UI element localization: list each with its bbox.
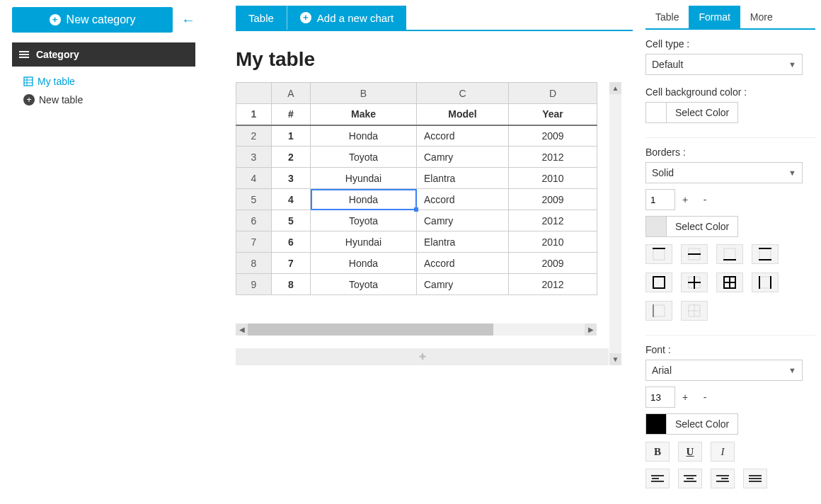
row-header[interactable]: 7 (236, 231, 272, 253)
cell[interactable]: Elantra (417, 231, 509, 253)
tab-table[interactable]: Table (236, 6, 287, 30)
cell[interactable]: 7 (272, 253, 311, 274)
tree-item-new-table[interactable]: + New table (23, 91, 195, 109)
row-header[interactable]: 4 (236, 168, 272, 189)
cell[interactable]: Year (509, 104, 597, 125)
font-size-input[interactable] (645, 386, 675, 408)
cell[interactable]: Camry (417, 210, 509, 231)
cell[interactable]: 2012 (509, 274, 597, 295)
font-color-swatch[interactable] (645, 413, 667, 435)
cell[interactable]: 4 (272, 189, 311, 210)
row-header[interactable]: 9 (236, 274, 272, 295)
cell[interactable]: # (272, 104, 311, 125)
cell[interactable]: 5 (272, 210, 311, 231)
tree-item-my-table[interactable]: My table (23, 72, 195, 91)
row-header[interactable]: 6 (236, 210, 272, 231)
vertical-scrollbar[interactable]: ▲ ▼ (609, 82, 621, 365)
step-up-button[interactable]: + (675, 386, 695, 408)
border-middle-h-button[interactable] (681, 244, 708, 264)
border-bottom-button[interactable] (716, 244, 743, 264)
row-header[interactable]: 1 (236, 104, 272, 125)
cell[interactable]: Camry (417, 147, 509, 168)
scroll-down-icon[interactable]: ▼ (609, 353, 621, 365)
sheet-table[interactable]: A B C D 1#MakeModelYear21HondaAccord2009… (236, 82, 597, 295)
cell[interactable]: Honda (311, 189, 417, 210)
cell[interactable]: 1 (272, 125, 311, 147)
align-center-button[interactable] (678, 469, 702, 488)
scroll-track[interactable] (609, 94, 621, 353)
font-family-select[interactable]: Arial ▼ (645, 360, 803, 381)
step-down-button[interactable]: - (695, 189, 715, 210)
add-row-bar[interactable]: ✚ (236, 348, 609, 365)
border-inner-v-button[interactable] (752, 273, 779, 292)
border-color-swatch[interactable] (645, 216, 667, 237)
border-left-button[interactable] (645, 301, 672, 321)
tab-table[interactable]: Table (645, 6, 689, 28)
col-header[interactable]: A (272, 83, 311, 104)
cell[interactable]: Honda (311, 253, 417, 274)
collapse-sidebar-icon[interactable]: ← (181, 12, 195, 28)
border-inner-button[interactable] (681, 273, 708, 292)
step-down-button[interactable]: - (695, 386, 715, 408)
row-header[interactable]: 2 (236, 125, 272, 147)
align-justify-button[interactable] (743, 469, 767, 488)
scroll-up-icon[interactable]: ▲ (609, 82, 621, 94)
tab-add-chart[interactable]: + Add a new chart (287, 6, 406, 30)
select-bg-color-button[interactable]: Select Color (667, 102, 738, 123)
cell[interactable]: 3 (272, 168, 311, 189)
horizontal-scrollbar[interactable]: ◀ ▶ (236, 323, 597, 336)
border-top-button[interactable] (645, 244, 672, 264)
row-header[interactable]: 5 (236, 189, 272, 210)
col-header[interactable]: D (509, 83, 597, 104)
cell[interactable]: 2012 (509, 147, 597, 168)
step-up-button[interactable]: + (675, 189, 695, 210)
cell[interactable]: Elantra (417, 168, 509, 189)
bg-color-swatch[interactable] (645, 102, 667, 123)
select-border-color-button[interactable]: Select Color (667, 216, 738, 237)
cell[interactable]: Hyundai (311, 231, 417, 253)
scroll-thumb[interactable] (248, 323, 493, 336)
cell[interactable]: Accord (417, 125, 509, 147)
border-none-button[interactable] (681, 301, 708, 321)
border-width-input[interactable] (645, 189, 675, 210)
cell[interactable]: Hyundai (311, 168, 417, 189)
corner-cell[interactable] (236, 83, 272, 104)
cell[interactable]: Toyota (311, 274, 417, 295)
border-all-button[interactable] (716, 273, 743, 292)
cell[interactable]: Camry (417, 274, 509, 295)
cell[interactable]: Make (311, 104, 417, 125)
cell[interactable]: 8 (272, 274, 311, 295)
cell[interactable]: Toyota (311, 210, 417, 231)
cell[interactable]: 2010 (509, 231, 597, 253)
tab-more[interactable]: More (740, 6, 783, 28)
align-left-button[interactable] (645, 469, 670, 488)
cell[interactable]: 2009 (509, 125, 597, 147)
cell[interactable]: Toyota (311, 147, 417, 168)
cell[interactable]: 2 (272, 147, 311, 168)
row-header[interactable]: 3 (236, 147, 272, 168)
category-header[interactable]: Category (12, 42, 195, 67)
underline-button[interactable]: U (678, 442, 702, 462)
scroll-left-icon[interactable]: ◀ (236, 323, 248, 336)
italic-button[interactable]: I (711, 442, 735, 462)
border-inner-h-button[interactable] (752, 244, 779, 264)
cell[interactable]: Accord (417, 189, 509, 210)
align-right-button[interactable] (711, 469, 735, 488)
cell[interactable]: Model (417, 104, 509, 125)
scroll-track[interactable] (248, 323, 585, 336)
cell[interactable]: 2009 (509, 189, 597, 210)
border-outer-button[interactable] (645, 273, 672, 292)
tab-format[interactable]: Format (689, 6, 740, 28)
cell-type-select[interactable]: Default ▼ (645, 54, 803, 75)
col-header[interactable]: C (417, 83, 509, 104)
row-header[interactable]: 8 (236, 253, 272, 274)
new-category-button[interactable]: + New category (12, 7, 173, 33)
border-style-select[interactable]: Solid ▼ (645, 162, 803, 183)
cell[interactable]: 2012 (509, 210, 597, 231)
bold-button[interactable]: B (645, 442, 670, 462)
scroll-right-icon[interactable]: ▶ (585, 323, 597, 336)
col-header[interactable]: B (311, 83, 417, 104)
cell[interactable]: 2010 (509, 168, 597, 189)
cell[interactable]: Accord (417, 253, 509, 274)
select-font-color-button[interactable]: Select Color (667, 413, 738, 435)
